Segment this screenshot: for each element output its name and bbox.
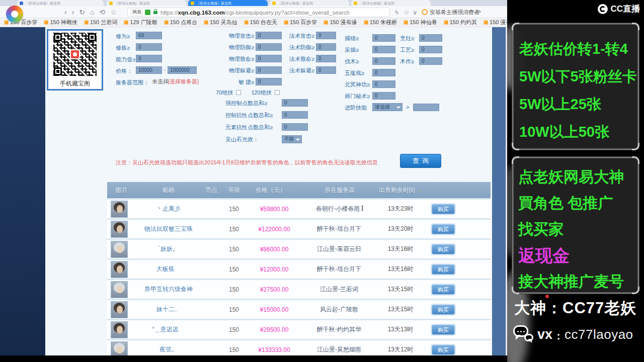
bookmark-item[interactable]: 150 灵岛仙 — [204, 19, 237, 26]
header-nickname[interactable]: 昵称 — [136, 186, 201, 195]
header-highlight[interactable]: 亮点 — [201, 186, 221, 195]
buy-button[interactable]: 购买 — [432, 244, 455, 254]
favorite-star-icon[interactable]: ☆ — [110, 8, 117, 16]
nickname-link[interactable]: 大板筷ゝ — [156, 265, 181, 273]
life-single-row: 北冥神功≥ 0 — [345, 80, 455, 92]
field-input[interactable]: 0 — [419, 34, 442, 42]
nickname-link[interactable]: 丶止离彡 — [156, 205, 181, 212]
field-input[interactable]: 0 — [372, 80, 395, 88]
field-input[interactable]: 0 — [372, 46, 395, 53]
field-input[interactable]: 69 — [136, 32, 162, 39]
extension-promo[interactable]: 安慕希主播强消费者 — [422, 6, 479, 18]
bookmark-item[interactable]: 150 灼灼其 — [444, 19, 477, 26]
cell-server: 醉千秋-瑶台月下 — [302, 265, 377, 274]
field-input[interactable]: 0 — [372, 69, 395, 76]
nickname-link[interactable]: 妹十二、 — [156, 306, 181, 313]
field-input[interactable]: 0 — [419, 57, 442, 65]
nickname-link[interactable]: 异甲互转六级食神 — [144, 286, 193, 293]
history-icon[interactable]: ⟲ — [100, 8, 106, 16]
buy-button[interactable]: 购买 — [432, 345, 455, 355]
bookmark-star-icon[interactable]: ☆ — [404, 6, 410, 18]
checkbox[interactable] — [236, 90, 241, 95]
browser-logo-icon[interactable] — [6, 6, 23, 23]
nickname-link[interactable]: 物法抗双敏三宝珠 — [144, 225, 193, 232]
dropdown-chevron-icon[interactable]: ∨ — [413, 6, 418, 18]
field-input[interactable]: 0 — [316, 66, 336, 74]
bookmark-item[interactable]: 150 神仙眷 — [404, 19, 437, 26]
home-icon[interactable]: ⌂ — [90, 8, 94, 16]
price-min-input[interactable]: 10000 — [136, 66, 162, 74]
forward-icon[interactable]: › — [72, 8, 74, 16]
back-icon[interactable]: ‹ — [64, 8, 67, 16]
field-input[interactable]: 0 — [282, 99, 308, 107]
bookmark-item[interactable]: 150 百步穿 — [284, 19, 317, 26]
field-input[interactable]: 0 — [282, 123, 308, 131]
wushan-select[interactable]: 不限 — [282, 135, 302, 143]
browser-tab-4[interactable]: 《新倩女幽魂》藏宝阁 — [270, 0, 349, 6]
nickname-link[interactable]: 夜弦。 — [159, 346, 178, 353]
bookmark-item[interactable]: 150 漫有缘 — [324, 19, 357, 26]
field-input[interactable]: 0 — [316, 43, 336, 51]
sort-down-active-icon[interactable]: ↓ — [420, 188, 422, 193]
price-max-input[interactable]: 1000000 — [168, 66, 197, 74]
nickname-link[interactable]: “＿意迟迟ゞ — [152, 326, 185, 333]
bookmark-item[interactable]: 129 广陵散 — [124, 19, 157, 26]
character-avatar[interactable] — [111, 281, 128, 298]
character-avatar[interactable] — [111, 261, 128, 278]
bookmark-item[interactable]: 150 兰若词 — [84, 19, 117, 26]
buy-button[interactable]: 购买 — [432, 224, 455, 234]
field-input[interactable]: 0 — [256, 43, 282, 51]
header-time[interactable]: 出售剩余时间↑↓ — [377, 186, 424, 195]
bookmark-item[interactable]: 150 朱槿桥 — [364, 19, 397, 26]
field-input[interactable]: 0 — [372, 57, 395, 65]
bookmark-item[interactable]: 150 漫有缘 — [484, 19, 507, 26]
sort-down-icon[interactable]: ↓ — [290, 188, 293, 193]
refresh-icon[interactable]: ↻ — [79, 8, 85, 16]
field-input[interactable]: 0 — [372, 34, 395, 42]
browser-tab-2[interactable]: 《新倩女幽魂》藏宝阁 — [107, 0, 186, 6]
field-input[interactable]: 0 — [256, 32, 282, 39]
browser-tab-3-active[interactable]: 《新倩女幽魂》藏宝阁 — [188, 0, 268, 6]
checkbox[interactable] — [275, 90, 280, 95]
field-input[interactable]: 0 — [136, 55, 162, 62]
advanced-skill-input[interactable] — [413, 104, 439, 111]
field-input[interactable]: 0 — [316, 32, 336, 39]
field-input[interactable]: 0 — [282, 111, 308, 119]
field-input[interactable]: 0 — [419, 46, 442, 53]
character-avatar[interactable] — [111, 221, 128, 238]
nickname-link[interactable]: ˋ妖妖。 — [158, 245, 179, 252]
field-input[interactable]: 0 — [316, 55, 336, 62]
character-avatar[interactable] — [111, 301, 128, 318]
agility-input[interactable]: 0 — [256, 78, 282, 85]
buy-button[interactable]: 购买 — [432, 325, 455, 335]
sort-up-icon[interactable]: ↑ — [287, 188, 289, 193]
header-price[interactable]: 价格（元）↑↓ — [247, 186, 302, 195]
lightning-icon[interactable]: ϟ — [395, 6, 398, 18]
field-input[interactable]: 0 — [256, 66, 282, 74]
field-input[interactable]: 0 — [256, 55, 282, 62]
bookmark-item[interactable]: 150 神雕侠 — [44, 19, 77, 26]
field-input[interactable]: 0 — [136, 43, 162, 51]
character-avatar[interactable] — [111, 321, 128, 338]
buy-button[interactable]: 购买 — [432, 204, 455, 214]
buy-button[interactable]: 购买 — [432, 285, 455, 295]
choose-server-link[interactable]: [选择服务器] — [168, 78, 199, 85]
bookmark-item[interactable]: 150 自在天 — [244, 19, 277, 26]
address-bar[interactable]: 网易 https://xqn.cbg.163.com/cgi-bin/equip… — [127, 8, 390, 17]
advanced-skill-select[interactable]: 请选择 — [372, 103, 403, 111]
header-server[interactable]: 所在服务器 — [302, 186, 377, 195]
browser-tab-5[interactable]: 《新倩女幽魂》藏宝阁 — [351, 0, 431, 6]
browser-tab-1[interactable]: 《新倩女幽魂》藏宝阁 — [17, 0, 104, 6]
field-input[interactable]: 0 — [372, 92, 395, 100]
character-avatar[interactable] — [111, 241, 128, 258]
buy-button[interactable]: 购买 — [432, 264, 455, 275]
header-image[interactable]: 图片 — [107, 186, 136, 195]
buy-button[interactable]: 购买 — [432, 305, 455, 315]
header-level[interactable]: 等级 — [221, 186, 247, 195]
share-icon[interactable]: ⇗ — [476, 6, 481, 18]
character-avatar[interactable] — [111, 201, 128, 218]
search-button[interactable]: 查询 — [400, 154, 441, 168]
sort-up-icon[interactable]: ↑ — [416, 188, 419, 193]
bookmark-item[interactable]: 150 点将台 — [164, 19, 197, 26]
character-avatar[interactable] — [111, 341, 128, 356]
